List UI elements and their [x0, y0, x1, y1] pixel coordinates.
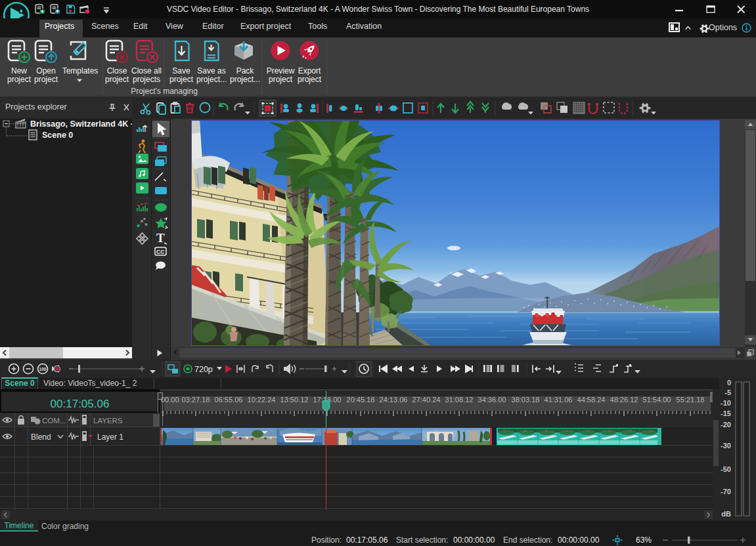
svg-text:T: T [156, 231, 165, 245]
svg-text:-70: -70 [721, 488, 731, 495]
svg-text:55:21.18: 55:21.18 [677, 396, 705, 404]
svg-text:00.00: 00.00 [161, 396, 179, 404]
svg-text:-30: -30 [721, 442, 731, 450]
svg-text:0: 0 [727, 379, 731, 387]
svg-text:31:08.12: 31:08.12 [445, 396, 474, 404]
svg-text:27:40.24: 27:40.24 [412, 396, 441, 404]
svg-text:COM...: COM... [42, 417, 66, 425]
svg-text:-10: -10 [721, 399, 731, 407]
svg-text:06:55.06: 06:55.06 [215, 396, 243, 404]
svg-text:-20: -20 [721, 421, 731, 429]
svg-text:24:13.06: 24:13.06 [380, 396, 408, 404]
svg-text:51:54.00: 51:54.00 [643, 396, 671, 404]
svg-text:34:36.00: 34:36.00 [478, 396, 506, 404]
svg-text:dB: dB [721, 510, 731, 518]
svg-text:-50: -50 [721, 465, 731, 473]
svg-text:-15: -15 [721, 410, 731, 417]
svg-text:38:03.18: 38:03.18 [512, 396, 540, 404]
svg-text:LAYERS: LAYERS [93, 417, 123, 425]
svg-text:48:26.12: 48:26.12 [610, 396, 638, 404]
svg-text:720p: 720p [194, 365, 213, 374]
svg-text:03:27.18: 03:27.18 [182, 396, 210, 404]
svg-text:100: 100 [39, 367, 47, 371]
svg-text:10:22.24: 10:22.24 [248, 396, 276, 404]
svg-text:44:58.24: 44:58.24 [577, 396, 606, 404]
svg-text:CC: CC [156, 249, 164, 255]
svg-text:20:45.18: 20:45.18 [347, 396, 375, 404]
svg-text:13:50.12: 13:50.12 [280, 396, 309, 404]
svg-text:-5: -5 [724, 388, 731, 396]
svg-text:41:31.06: 41:31.06 [545, 396, 573, 404]
